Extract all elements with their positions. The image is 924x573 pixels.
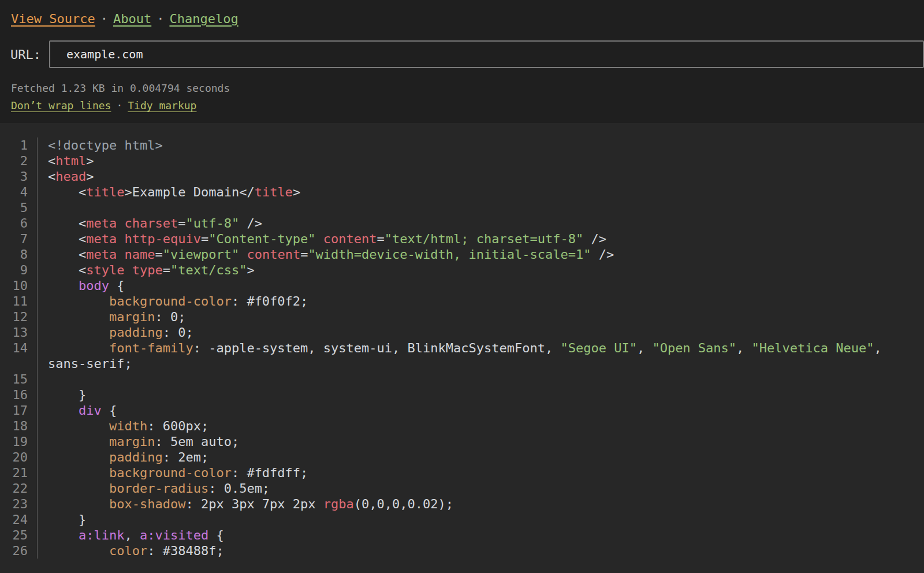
code-line: 23 box-shadow: 2px 3px 7px 2px rgba(0,0,… xyxy=(0,496,924,512)
code-text: <!doctype html> xyxy=(38,137,924,153)
nav-separator: · xyxy=(157,12,164,26)
code-text: margin: 5em auto; xyxy=(38,434,924,449)
line-number: 23 xyxy=(0,496,38,512)
line-number: 5 xyxy=(0,200,38,215)
code-text xyxy=(38,371,924,387)
line-number: 1 xyxy=(0,137,38,153)
code-text: body { xyxy=(38,278,924,293)
line-number: 25 xyxy=(0,527,38,543)
code-line: 2<html> xyxy=(0,153,924,169)
view-option-link-dont-wrap-lines[interactable]: Don’t wrap lines xyxy=(11,99,111,111)
line-number: 4 xyxy=(0,184,38,200)
code-line: 11 background-color: #f0f0f2; xyxy=(0,293,924,309)
code-line: 13 padding: 0; xyxy=(0,325,924,340)
code-text: border-radius: 0.5em; xyxy=(38,481,924,496)
code-text: background-color: #fdfdff; xyxy=(38,465,924,481)
code-text: width: 600px; xyxy=(38,418,924,434)
code-text xyxy=(38,200,924,215)
code-line: 12 margin: 0; xyxy=(0,309,924,325)
view-option-separator: · xyxy=(116,99,122,111)
line-number: 21 xyxy=(0,465,38,481)
code-line: 15 xyxy=(0,371,924,387)
code-line: 25 a:link, a:visited { xyxy=(0,527,924,543)
line-number: 11 xyxy=(0,293,38,309)
code-text: a:link, a:visited { xyxy=(38,527,924,543)
code-text: } xyxy=(38,512,924,527)
code-line: 7 <meta http-equiv="Content-type" conten… xyxy=(0,231,924,247)
line-number: 9 xyxy=(0,262,38,278)
code-text: <style type="text/css"> xyxy=(38,262,924,278)
line-number: 24 xyxy=(0,512,38,527)
url-input[interactable] xyxy=(49,40,924,68)
line-number: 10 xyxy=(0,278,38,293)
code-line: 17 div { xyxy=(0,403,924,418)
code-line: 1<!doctype html> xyxy=(0,137,924,153)
code-line: 5 xyxy=(0,200,924,215)
code-line: 9 <style type="text/css"> xyxy=(0,262,924,278)
line-number: 16 xyxy=(0,387,38,403)
code-text: padding: 2em; xyxy=(38,449,924,465)
code-line: 20 padding: 2em; xyxy=(0,449,924,465)
view-option-link-tidy-markup[interactable]: Tidy markup xyxy=(128,99,196,111)
code-line: 6 <meta charset="utf-8" /> xyxy=(0,215,924,231)
code-text: background-color: #f0f0f2; xyxy=(38,293,924,309)
code-text: <meta name="viewport" content="width=dev… xyxy=(38,247,924,262)
code-line: 14 font-family: -apple-system, system-ui… xyxy=(0,340,924,371)
code-text: padding: 0; xyxy=(38,325,924,340)
code-text: margin: 0; xyxy=(38,309,924,325)
url-bar: URL: xyxy=(0,40,924,68)
code-line: 21 background-color: #fdfdff; xyxy=(0,465,924,481)
nav-link-changelog[interactable]: Changelog xyxy=(169,12,238,26)
line-number: 3 xyxy=(0,169,38,184)
code-line: 16 } xyxy=(0,387,924,403)
code-line: 18 width: 600px; xyxy=(0,418,924,434)
code-text: <title>Example Domain</title> xyxy=(38,184,924,200)
code-line: 22 border-radius: 0.5em; xyxy=(0,481,924,496)
line-number: 14 xyxy=(0,340,38,371)
code-text: font-family: -apple-system, system-ui, B… xyxy=(38,340,924,371)
code-text: } xyxy=(38,387,924,403)
code-line: 4 <title>Example Domain</title> xyxy=(0,184,924,200)
code-text: box-shadow: 2px 3px 7px 2px rgba(0,0,0,0… xyxy=(38,496,924,512)
line-number: 2 xyxy=(0,153,38,169)
code-line: 10 body { xyxy=(0,278,924,293)
line-number: 6 xyxy=(0,215,38,231)
line-number: 8 xyxy=(0,247,38,262)
line-number: 7 xyxy=(0,231,38,247)
line-number: 26 xyxy=(0,543,38,559)
code-text: <meta http-equiv="Content-type" content=… xyxy=(38,231,924,247)
code-line: 3<head> xyxy=(0,169,924,184)
line-number: 18 xyxy=(0,418,38,434)
url-label: URL: xyxy=(10,47,41,62)
fetch-status: Fetched 1.23 KB in 0.004794 seconds xyxy=(11,82,924,94)
code-line: 19 margin: 5em auto; xyxy=(0,434,924,449)
nav-link-view-source[interactable]: View Source xyxy=(11,12,95,26)
main-nav: View Source·About·Changelog xyxy=(0,10,924,28)
code-line: 24 } xyxy=(0,512,924,527)
header: View Source·About·Changelog URL: Fetched… xyxy=(0,0,924,123)
line-number: 22 xyxy=(0,481,38,496)
line-number: 17 xyxy=(0,403,38,418)
nav-separator: · xyxy=(100,12,108,26)
code-line: 8 <meta name="viewport" content="width=d… xyxy=(0,247,924,262)
source-view: 1<!doctype html>2<html>3<head>4 <title>E… xyxy=(0,123,924,559)
line-number: 20 xyxy=(0,449,38,465)
nav-link-about[interactable]: About xyxy=(113,12,151,26)
code-line: 26 color: #38488f; xyxy=(0,543,924,559)
line-number: 13 xyxy=(0,325,38,340)
code-text: <html> xyxy=(38,153,924,169)
line-number: 19 xyxy=(0,434,38,449)
code-text: <meta charset="utf-8" /> xyxy=(38,215,924,231)
line-number: 15 xyxy=(0,371,38,387)
code-text: <head> xyxy=(38,169,924,184)
line-number: 12 xyxy=(0,309,38,325)
code-text: color: #38488f; xyxy=(38,543,924,559)
code-text: div { xyxy=(38,403,924,418)
view-options: Don’t wrap lines·Tidy markup xyxy=(11,98,924,113)
